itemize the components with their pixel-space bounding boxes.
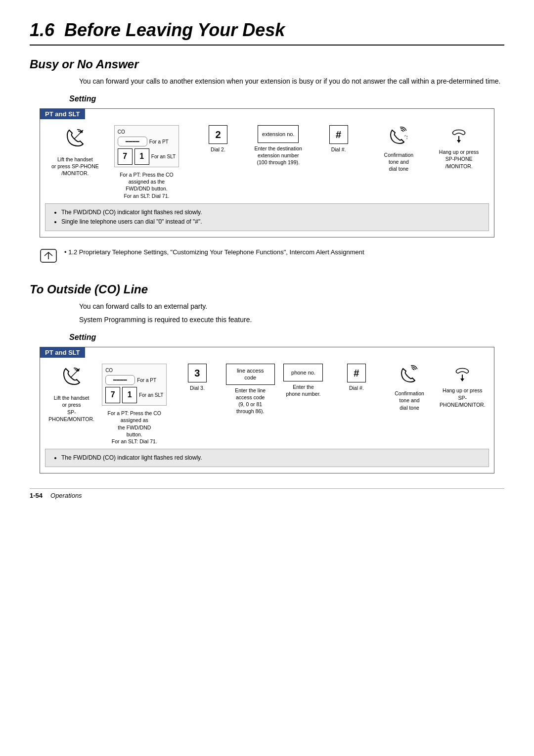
- step2-line-access: line access code Enter the lineaccess co…: [224, 364, 277, 415]
- section2-notes: The FWD/DND (CO) indicator light flashes…: [61, 453, 482, 463]
- section2-title: To Outside (CO) Line: [30, 283, 504, 296]
- section1-note-1: The FWD/DND (CO) indicator light flashes…: [61, 208, 482, 217]
- step2-phone-no: phone no. Enter thephone number.: [277, 364, 330, 397]
- step-co: CO ━━━━ For a PT 7 1 For an SLT For a: [105, 125, 188, 199]
- step-confirm-label: Confirmationtone anddial tone: [384, 151, 414, 173]
- section1-notes: The FWD/DND (CO) indicator light flashes…: [61, 208, 482, 227]
- section1-note-2: Single line telephone users can dial "0"…: [61, 217, 482, 227]
- for-pt-label-2: For a PT: [137, 377, 156, 383]
- line-access-key: line access code: [226, 364, 275, 385]
- ref-icon: [40, 248, 57, 267]
- step2-line-label: Enter the lineaccess code(9, 0 or 81thro…: [235, 387, 266, 415]
- key-7b: 7: [105, 387, 120, 403]
- step-lift: Lift the handsetor press SP-PHONE/MONITO…: [45, 125, 105, 177]
- step2-co: CO ━━━━ For a PT 7 1 For an SLT: [98, 364, 171, 445]
- footer-label: Operations: [50, 492, 82, 499]
- ext-no-key: extension no.: [258, 125, 299, 143]
- step2-hash-label: Dial #.: [349, 384, 364, 391]
- hangup-icon: [449, 125, 469, 146]
- step2-lift: Lift the handsetor pressSP-PHONE/MONITOR…: [45, 364, 98, 423]
- step-lift-label: Lift the handsetor press SP-PHONE/MONITO…: [51, 156, 99, 177]
- hangup-icon-2: [452, 364, 472, 385]
- step2-phone-label: Enter thephone number.: [286, 383, 320, 397]
- section2-desc2: System Programming is required to execut…: [79, 315, 504, 325]
- section1-setting-box: PT and SLT Lift the handsetor press SP-P…: [40, 108, 494, 237]
- step-hangup: Hang up or pressSP-PHONE/MONITOR.: [429, 125, 489, 170]
- co-pill: ━━━━: [126, 139, 139, 144]
- section1-title: Busy or No Answer: [30, 57, 504, 71]
- co-pill-2: ━━━━: [113, 377, 127, 383]
- section1-note-box: The FWD/DND (CO) indicator light flashes…: [45, 203, 489, 231]
- section2-setting-label: Setting: [69, 333, 504, 342]
- chapter-title-text: Before Leaving Your Desk: [64, 20, 285, 40]
- step-ext-label: Enter the destinationextension number(10…: [255, 145, 302, 166]
- confirmation-icon-2: [398, 364, 421, 387]
- step-hangup-label: Hang up or pressSP-PHONE/MONITOR.: [439, 148, 479, 170]
- key-1b: 1: [122, 387, 137, 403]
- key-2: 2: [209, 125, 227, 144]
- section1-box-label: PT and SLT: [40, 109, 85, 119]
- step-dial2: 2 Dial 2.: [188, 125, 248, 153]
- section2-box-label: PT and SLT: [40, 347, 85, 358]
- section1-setting-label: Setting: [69, 94, 504, 103]
- svg-marker-9: [460, 378, 464, 381]
- phone-no-key: phone no.: [283, 364, 323, 381]
- section2-desc1: You can forward calls to an external par…: [79, 301, 504, 312]
- step2-co-label: For a PT: Press the COassigned asthe FWD…: [108, 410, 162, 445]
- key-hash: #: [329, 125, 348, 144]
- section2-note-box: The FWD/DND (CO) indicator light flashes…: [45, 449, 489, 467]
- for-slt-label-2: For an SLT: [139, 392, 163, 398]
- step-confirm: Confirmationtone anddial tone: [368, 125, 429, 173]
- key-3: 3: [188, 364, 207, 382]
- section2-setting-box: PT and SLT Lift the handsetor pressSP-PH…: [40, 347, 494, 473]
- lift-icon-2: [61, 366, 83, 390]
- step-hash: # Dial #.: [309, 125, 369, 153]
- key-7: 7: [118, 148, 133, 165]
- ref-text: • 1.2 Proprietary Telephone Settings, "C…: [64, 247, 364, 257]
- step2-hangup-label: Hang up or pressSP-PHONE/MONITOR.: [438, 387, 487, 408]
- chapter-number: 1.6: [30, 20, 54, 40]
- section1-steps-row: Lift the handsetor press SP-PHONE/MONITO…: [40, 125, 494, 199]
- lift-handset-icon: [64, 127, 86, 152]
- for-pt-label: For a PT: [149, 139, 169, 145]
- step-hash-label: Dial #.: [331, 146, 346, 153]
- step-dial2-label: Dial 2.: [211, 146, 225, 153]
- chapter-title: 1.6 Before Leaving Your Desk: [30, 20, 504, 46]
- section1-ref: • 1.2 Proprietary Telephone Settings, "C…: [40, 247, 494, 267]
- step2-lift-label: Lift the handsetor pressSP-PHONE/MONITOR…: [47, 394, 96, 423]
- step2-dial3: 3 Dial 3.: [171, 364, 223, 391]
- step2-hash: # Dial #.: [330, 364, 383, 391]
- step2-confirm-label: Confirmationtone anddial tone: [395, 390, 424, 411]
- ref-content: 1.2 Proprietary Telephone Settings, "Cus…: [68, 248, 364, 256]
- footer-page: 1-54: [30, 492, 43, 499]
- key-1: 1: [134, 148, 149, 165]
- step2-hangup: Hang up or pressSP-PHONE/MONITOR.: [436, 364, 489, 408]
- step-ext-no: extension no. Enter the destinationexten…: [248, 125, 309, 166]
- for-slt-label: For an SLT: [151, 153, 176, 160]
- key-hash2: #: [347, 364, 366, 382]
- svg-marker-3: [457, 140, 461, 143]
- step-co-label: For a PT: Press the COassigned as theFWD…: [120, 171, 174, 199]
- footer: 1-54 Operations: [30, 488, 504, 499]
- step2-dial3-label: Dial 3.: [190, 384, 205, 391]
- section2-note-1: The FWD/DND (CO) indicator light flashes…: [61, 453, 482, 463]
- step2-confirm: Confirmationtone anddial tone: [383, 364, 436, 411]
- confirmation-icon: [387, 125, 410, 148]
- section1-description: You can forward your calls to another ex…: [79, 76, 504, 87]
- section2-steps-row: Lift the handsetor pressSP-PHONE/MONITOR…: [40, 364, 494, 445]
